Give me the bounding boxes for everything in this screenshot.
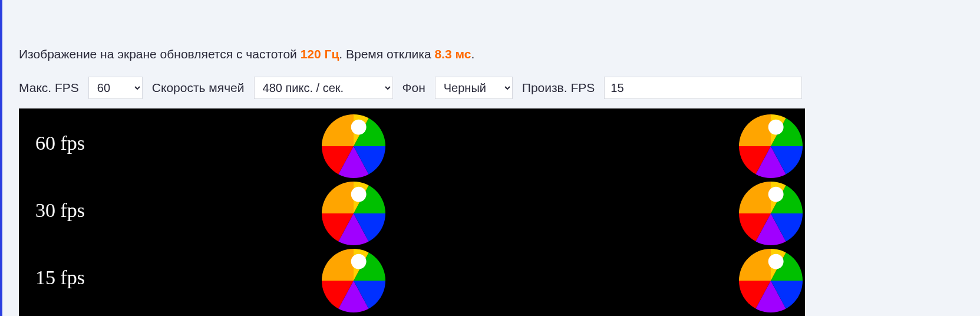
background-select[interactable]: Черный bbox=[435, 77, 513, 99]
svg-point-1 bbox=[351, 120, 367, 135]
svg-point-5 bbox=[351, 187, 367, 202]
beach-ball-icon bbox=[322, 114, 385, 178]
controls-row: Макс. FPS 60 Скорость мячей 480 пикс. / … bbox=[19, 77, 968, 99]
bg-label: Фон bbox=[402, 81, 425, 95]
beach-ball-icon bbox=[739, 182, 803, 245]
refresh-rate-value: 120 Гц bbox=[301, 47, 339, 61]
custom-fps-input[interactable] bbox=[604, 77, 802, 99]
beach-ball-icon bbox=[322, 182, 385, 245]
fps-row-label: 30 fps bbox=[35, 199, 85, 222]
fps-row-label: 60 fps bbox=[35, 132, 85, 154]
svg-point-7 bbox=[768, 187, 784, 202]
max-fps-select[interactable]: 60 bbox=[88, 77, 143, 99]
ball-speed-select[interactable]: 480 пикс. / сек. bbox=[254, 77, 393, 99]
info-suffix: . bbox=[471, 47, 474, 61]
fps-row-label: 15 fps bbox=[35, 266, 85, 289]
svg-point-3 bbox=[768, 120, 784, 135]
fps-test-panel: Изображение на экране обновляется с част… bbox=[0, 0, 968, 316]
svg-point-9 bbox=[351, 254, 367, 269]
beach-ball-icon bbox=[739, 249, 803, 312]
info-middle: . Время отклика bbox=[339, 47, 434, 61]
svg-point-11 bbox=[768, 254, 784, 269]
speed-label: Скорость мячей bbox=[152, 81, 245, 95]
animation-stage: 60 fps bbox=[19, 108, 805, 316]
fps-row: 30 fps bbox=[19, 180, 805, 248]
info-line: Изображение на экране обновляется с част… bbox=[19, 47, 968, 61]
fps-row: 15 fps bbox=[19, 248, 805, 315]
beach-ball-icon bbox=[322, 249, 385, 312]
response-time-value: 8.3 мс bbox=[434, 47, 471, 61]
beach-ball-icon bbox=[739, 114, 803, 178]
custom-fps-label: Произв. FPS bbox=[522, 81, 595, 95]
info-prefix: Изображение на экране обновляется с част… bbox=[19, 47, 301, 61]
max-fps-label: Макс. FPS bbox=[19, 81, 79, 95]
fps-row: 60 fps bbox=[19, 113, 805, 180]
